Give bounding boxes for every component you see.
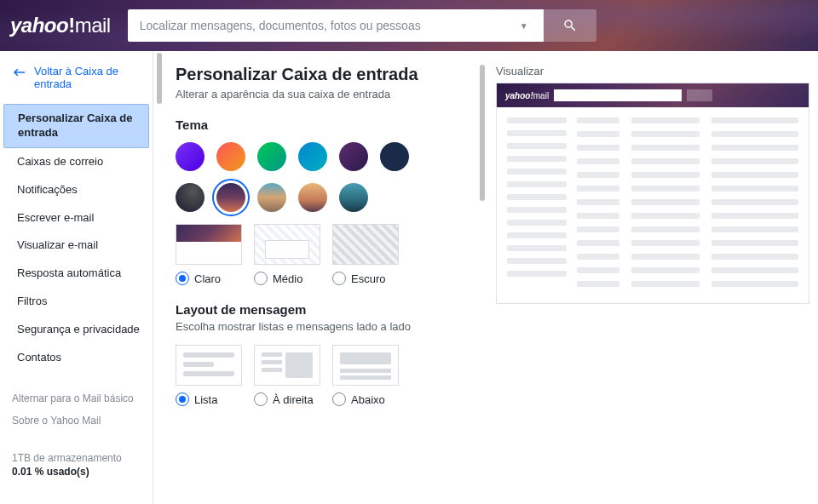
settings-nav: Personalizar Caixa de entrada Caixas de … <box>3 104 149 372</box>
layout-label-below: Abaixo <box>351 393 385 406</box>
mode-option-medium[interactable]: Médio <box>254 224 320 285</box>
layout-sub: Escolha mostrar listas e mensagens lado … <box>176 320 487 333</box>
theme-mode-row: Claro Médio Escuro <box>176 224 487 285</box>
mode-label-dark: Escuro <box>351 272 385 285</box>
app-header: yahoo!mail ▼ <box>0 0 818 51</box>
theme-swatch-ocean[interactable] <box>339 183 368 212</box>
search-container: ▼ <box>128 9 596 42</box>
about-yahoo-mail-link[interactable]: Sobre o Yahoo Mail <box>12 410 141 432</box>
layout-row: Lista À direita <box>176 345 487 406</box>
settings-panel: Personalizar Caixa de entrada Alterar a … <box>176 65 487 495</box>
nav-personalize-inbox[interactable]: Personalizar Caixa de entrada <box>3 104 149 148</box>
theme-swatch-purple[interactable] <box>176 142 204 171</box>
preview-header: yahoo!mail <box>497 83 809 107</box>
theme-swatch-moon[interactable] <box>176 183 204 212</box>
layout-heading: Layout de mensagem <box>176 302 487 317</box>
theme-heading: Tema <box>176 117 487 132</box>
arrow-left-icon <box>12 66 27 78</box>
mode-option-light[interactable]: Claro <box>176 224 242 285</box>
storage-total: 1TB de armazenamento <box>12 452 141 464</box>
search-icon <box>562 18 578 33</box>
settings-scrollbar[interactable] <box>477 65 487 495</box>
radio-medium[interactable] <box>254 272 268 285</box>
layout-option-list[interactable]: Lista <box>176 345 242 406</box>
mode-thumb-medium <box>254 224 320 265</box>
radio-layout-below[interactable] <box>332 392 346 406</box>
search-input[interactable] <box>128 9 544 42</box>
preview-search-button-placeholder <box>687 89 712 101</box>
back-to-inbox-link[interactable]: Voltar à Caixa de entrada <box>3 63 149 99</box>
nav-security-privacy[interactable]: Segurança e privacidade <box>3 316 149 344</box>
nav-mailboxes[interactable]: Caixas de correio <box>3 148 149 176</box>
sidebar-scrollbar[interactable] <box>154 53 164 502</box>
preview-search-placeholder <box>554 89 682 101</box>
mode-label-light: Claro <box>194 272 221 285</box>
nav-contacts[interactable]: Contatos <box>3 344 149 372</box>
theme-swatch-dark-purple[interactable] <box>339 142 368 171</box>
chevron-down-icon[interactable]: ▼ <box>520 21 528 31</box>
radio-light[interactable] <box>176 272 189 285</box>
preview-logo: yahoo!mail <box>505 91 549 100</box>
nav-notifications[interactable]: Notificações <box>3 176 149 204</box>
preview-box: yahoo!mail <box>496 83 809 304</box>
radio-layout-right[interactable] <box>254 392 268 406</box>
layout-label-right: À direita <box>273 393 314 406</box>
layout-thumb-list <box>176 345 242 386</box>
radio-dark[interactable] <box>332 272 346 285</box>
back-link-label: Voltar à Caixa de entrada <box>34 65 141 90</box>
theme-swatch-sunset[interactable] <box>298 183 327 212</box>
preview-panel: Visualizar yahoo!mail <box>496 65 809 495</box>
nav-compose-email[interactable]: Escrever e-mail <box>3 204 149 232</box>
theme-swatch-canyon[interactable] <box>257 183 286 212</box>
preview-sidebar-skeleton <box>507 117 567 293</box>
layout-option-below[interactable]: Abaixo <box>332 345 399 406</box>
layout-thumb-below <box>332 345 399 386</box>
main-content: Personalizar Caixa de entrada Alterar a … <box>153 51 818 504</box>
sidebar-footer: Alternar para o Mail básico Sobre o Yaho… <box>3 387 149 432</box>
page-subtitle: Alterar a aparência da sua caixa de entr… <box>176 88 487 100</box>
switch-basic-mail-link[interactable]: Alternar para o Mail básico <box>12 387 141 410</box>
mode-thumb-light <box>176 224 242 265</box>
theme-color-row-1 <box>176 142 487 171</box>
mode-option-dark[interactable]: Escuro <box>332 224 399 285</box>
nav-view-email[interactable]: Visualizar e-mail <box>3 232 149 260</box>
settings-sidebar: Voltar à Caixa de entrada Personalizar C… <box>0 51 153 504</box>
preview-list-skeleton <box>577 117 798 293</box>
nav-auto-reply[interactable]: Resposta automática <box>3 260 149 288</box>
theme-image-row <box>176 183 487 212</box>
theme-swatch-twilight[interactable] <box>216 183 245 212</box>
mode-thumb-dark <box>332 224 399 265</box>
storage-info: 1TB de armazenamento 0.01 % usado(s) <box>3 452 149 478</box>
layout-label-list: Lista <box>194 393 217 406</box>
storage-used: 0.01 % usado(s) <box>12 466 141 478</box>
theme-swatch-blue[interactable] <box>298 142 327 171</box>
theme-swatch-navy[interactable] <box>380 142 409 171</box>
page-title: Personalizar Caixa de entrada <box>176 65 487 84</box>
mode-label-medium: Médio <box>273 272 302 285</box>
theme-swatch-orange[interactable] <box>216 142 245 171</box>
search-button[interactable] <box>544 9 596 42</box>
preview-title: Visualizar <box>496 65 809 77</box>
layout-option-right[interactable]: À direita <box>254 345 320 406</box>
radio-layout-list[interactable] <box>176 392 189 406</box>
preview-body <box>497 107 809 303</box>
yahoo-mail-logo: yahoo!mail <box>10 14 111 37</box>
nav-filters[interactable]: Filtros <box>3 288 149 316</box>
theme-swatch-green[interactable] <box>257 142 286 171</box>
layout-thumb-right <box>254 345 320 386</box>
